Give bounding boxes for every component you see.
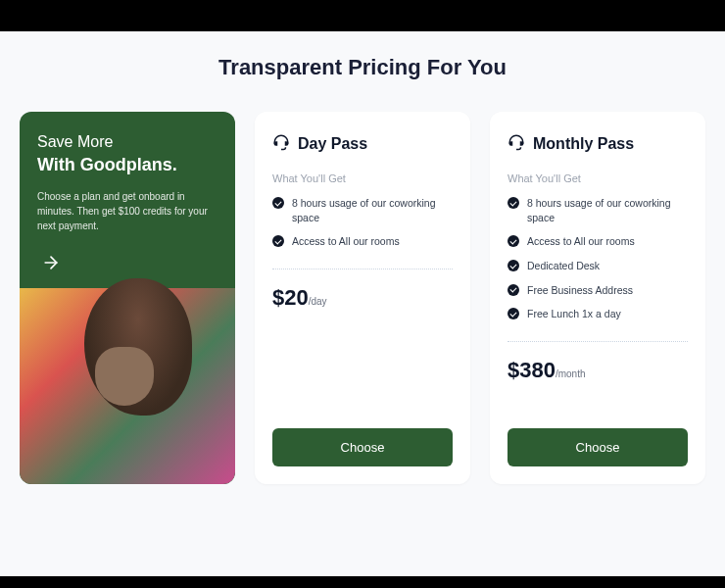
check-icon [508,308,519,319]
headset-icon [272,133,290,155]
feature-item: 8 hours usage of our coworking space [508,196,688,224]
feature-list: 8 hours usage of our coworking space Acc… [508,196,688,331]
promo-card: Save More With Goodplans. Choose a plan … [20,112,235,484]
promo-image [20,288,235,484]
feature-item: Access to All our rooms [508,234,688,249]
price: $20/day [272,285,453,311]
feature-item: Free Lunch 1x a day [508,307,688,321]
check-icon [272,197,284,209]
choose-button[interactable]: Choose [272,428,453,466]
check-icon [508,284,519,296]
promo-line1: Save More [37,133,218,151]
check-icon [508,260,519,271]
plan-card-monthly: Monthly Pass What You'll Get 8 hours usa… [490,112,705,484]
divider [272,269,453,270]
choose-button[interactable]: Choose [508,428,688,466]
feature-list: 8 hours usage of our coworking space Acc… [272,196,453,259]
feature-text: 8 hours usage of our coworking space [292,196,453,224]
check-icon [272,235,284,247]
bottom-bar [0,576,725,588]
price: $380/month [508,358,688,383]
feature-text: Dedicated Desk [527,259,600,273]
feature-item: Free Business Address [508,283,688,298]
headset-icon [508,133,525,155]
check-icon [508,197,519,209]
promo-desc: Choose a plan and get onboard in minutes… [37,189,218,233]
top-bar [0,0,725,31]
check-icon [508,235,519,247]
feature-text: Access to All our rooms [527,234,635,249]
feature-item: Dedicated Desk [508,259,688,273]
feature-item: Access to All our rooms [272,234,453,249]
feature-text: Access to All our rooms [292,234,400,249]
feature-text: Free Business Address [527,283,633,298]
plan-name: Day Pass [298,135,367,153]
price-per: /day [309,296,327,307]
price-per: /month [556,368,586,379]
feature-text: Free Lunch 1x a day [527,307,621,321]
divider [508,341,688,342]
promo-line2: With Goodplans. [37,155,218,175]
plan-card-day: Day Pass What You'll Get 8 hours usage o… [255,112,470,484]
feature-item: 8 hours usage of our coworking space [272,196,453,224]
subhead: What You'll Get [272,172,453,184]
subhead: What You'll Get [508,172,688,184]
arrow-right-icon[interactable] [37,249,65,276]
price-amount: $380 [508,358,556,382]
plan-name: Monthly Pass [533,135,634,153]
price-amount: $20 [272,285,309,310]
cards-row: Save More With Goodplans. Choose a plan … [20,112,705,484]
page-title: Transparent Pricing For You [20,55,705,80]
feature-text: 8 hours usage of our coworking space [527,196,688,224]
